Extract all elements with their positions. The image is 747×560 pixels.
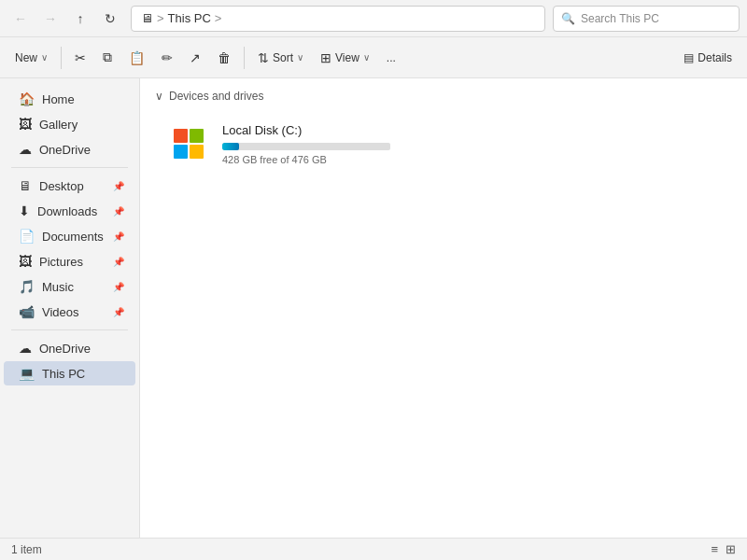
view-chevron: ∨ [363,52,370,63]
paste-icon: 📋 [129,50,145,65]
downloads-icon: ⬇ [19,203,30,218]
sidebar-item-home-label: Home [42,92,75,106]
sort-button[interactable]: ⇅ Sort ∨ [250,43,311,73]
win-tile-blue [174,145,188,159]
new-button[interactable]: New ∨ [7,43,55,73]
drive-item-c[interactable]: Local Disk (C:) 428 GB free of 476 GB [155,114,435,174]
sidebar-item-thispc-label: This PC [42,367,85,381]
more-label: ... [387,51,396,64]
copy-icon: ⧉ [103,49,112,65]
sidebar-item-music-label: Music [42,280,74,294]
view-button[interactable]: ⊞ View ∨ [313,43,377,73]
details-label: Details [698,51,732,64]
sidebar-item-downloads[interactable]: ⬇ Downloads 📌 [4,199,135,223]
sort-chevron: ∨ [297,52,303,63]
new-label: New [15,51,37,64]
sidebar-item-onedrive-top-label: OneDrive [39,143,91,157]
address-bar[interactable]: 🖥 > This PC > [131,6,545,32]
sidebar-item-videos-label: Videos [42,305,79,319]
drive-info: Local Disk (C:) 428 GB free of 476 GB [222,123,424,165]
sidebar-item-onedrive-bottom[interactable]: ☁ OneDrive [4,336,135,360]
sort-label: Sort [273,51,293,64]
title-bar: ← → ↑ ↻ 🖥 > This PC > 🔍 Search This PC [0,0,747,37]
sidebar-item-documents[interactable]: 📄 Documents 📌 [4,224,135,248]
sidebar-divider-1 [11,167,128,168]
delete-icon: 🗑 [218,50,231,65]
sidebar-item-thispc[interactable]: 💻 This PC [4,361,135,385]
sort-icon: ⇅ [258,50,269,65]
pictures-pin: 📌 [113,257,124,267]
paste-button[interactable]: 📋 [121,43,152,73]
win-tile-yellow [190,145,204,159]
back-button[interactable]: ← [7,6,34,32]
rename-button[interactable]: ✏ [154,43,180,73]
share-icon: ↗ [190,50,201,65]
view-label: View [335,51,359,64]
home-icon: 🏠 [19,91,35,106]
sidebar-item-gallery-label: Gallery [39,118,78,132]
sidebar-item-desktop-label: Desktop [39,179,84,193]
content-area: ∨ Devices and drives Local Disk (C:) 428… [140,78,747,538]
path-separator2: > [215,11,222,25]
cut-icon: ✂ [75,50,86,65]
music-pin: 📌 [113,282,124,292]
share-button[interactable]: ↗ [182,43,208,73]
search-bar[interactable]: 🔍 Search This PC [553,6,740,32]
search-icon: 🔍 [561,12,575,25]
up-button[interactable]: ↑ [67,6,93,32]
win-tile-red [174,129,188,143]
copy-button[interactable]: ⧉ [95,43,120,73]
sidebar-item-videos[interactable]: 📹 Videos 📌 [4,300,135,324]
more-button[interactable]: ... [379,43,403,73]
sidebar-item-pictures[interactable]: 🖼 Pictures 📌 [4,249,135,273]
pictures-icon: 🖼 [19,254,32,269]
drive-bar-container [222,143,390,150]
sidebar-item-downloads-label: Downloads [37,204,97,218]
drive-bar-fill [222,143,239,150]
drive-icon-container [166,121,211,166]
toolbar-separator-1 [61,47,62,69]
list-view-icon[interactable]: ≡ [711,542,718,556]
status-bar: 1 item ≡ ⊞ [0,538,747,560]
onedrive-bottom-icon: ☁ [19,341,32,356]
sidebar-item-music[interactable]: 🎵 Music 📌 [4,274,135,299]
drive-name: Local Disk (C:) [222,123,424,137]
sidebar-item-desktop[interactable]: 🖥 Desktop 📌 [4,174,135,198]
sidebar-item-pictures-label: Pictures [39,255,83,269]
path-root: This PC [168,11,211,25]
drive-space-text: 428 GB free of 476 GB [222,154,424,165]
onedrive-top-icon: ☁ [19,142,32,157]
rename-icon: ✏ [162,50,173,65]
item-count: 1 item [11,543,42,556]
windows-logo [174,129,204,159]
videos-pin: 📌 [113,307,124,317]
videos-icon: 📹 [19,304,35,319]
grid-view-icon[interactable]: ⊞ [726,542,736,556]
section-chevron: ∨ [155,90,163,103]
sidebar-item-onedrive-bottom-label: OneDrive [39,342,91,356]
music-icon: 🎵 [19,279,35,294]
status-right: ≡ ⊞ [711,542,736,556]
delete-button[interactable]: 🗑 [210,43,238,73]
sidebar-item-home[interactable]: 🏠 Home [4,87,135,111]
main-layout: 🏠 Home 🖼 Gallery ☁ OneDrive 🖥 Desktop 📌 … [0,78,747,538]
nav-buttons: ← → ↑ ↻ [7,6,123,32]
sidebar-item-gallery[interactable]: 🖼 Gallery [4,112,135,136]
cut-button[interactable]: ✂ [67,43,93,73]
forward-button[interactable]: → [37,6,63,32]
desktop-pin: 📌 [113,181,124,191]
view-icon: ⊞ [320,50,331,65]
sidebar-item-onedrive-top[interactable]: ☁ OneDrive [4,137,135,161]
refresh-button[interactable]: ↻ [97,6,123,32]
toolbar-separator-2 [244,47,245,69]
documents-pin: 📌 [113,231,124,242]
sidebar-item-documents-label: Documents [42,230,104,244]
details-icon: ▤ [684,51,694,64]
details-button[interactable]: ▤ Details [676,43,740,73]
path-separator: > [157,11,164,25]
thispc-icon: 💻 [19,366,35,381]
desktop-icon: 🖥 [19,178,32,193]
documents-icon: 📄 [19,229,35,244]
search-placeholder: Search This PC [581,12,659,25]
section-header[interactable]: ∨ Devices and drives [155,90,732,103]
